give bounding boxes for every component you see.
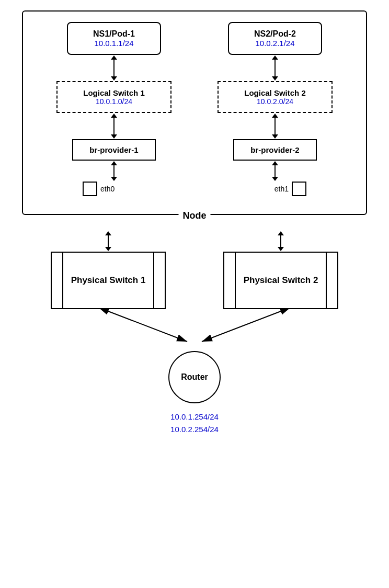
pod2-box: NS2/Pod-2 10.0.2.1/24	[228, 22, 322, 55]
logical-switches-row: Logical Switch 1 10.0.1.0/24 Logical Swi…	[33, 81, 356, 113]
node-container: NS1/Pod-1 10.0.1.1/24 NS2/Pod-2 10.0.2.1…	[22, 10, 367, 215]
logical-switch1-box: Logical Switch 1 10.0.1.0/24	[56, 81, 171, 113]
router-label: Router	[181, 372, 208, 382]
pods-row: NS1/Pod-1 10.0.1.1/24 NS2/Pod-2 10.0.2.1…	[33, 22, 356, 55]
ps1-left-bar	[52, 253, 63, 308]
ls-to-bridge-arrows	[33, 113, 356, 139]
ls1-name: Logical Switch 1	[68, 88, 160, 97]
bridge-to-eth-arrows	[33, 161, 356, 182]
pod1-box: NS1/Pod-1 10.0.1.1/24	[67, 22, 161, 55]
pod1-name: NS1/Pod-1	[78, 29, 150, 39]
eth-to-ps-arrows	[22, 231, 367, 252]
eth-row: eth0 eth1	[33, 182, 356, 198]
bridge1-box: br-provider-1	[72, 139, 156, 161]
ps2-right-bar	[326, 253, 337, 308]
ps-to-router-arrows	[22, 309, 367, 351]
physical-switch1: Physical Switch 1	[51, 252, 166, 309]
ps2-left-bar	[224, 253, 236, 308]
router-ip2: 10.0.2.254/24	[170, 423, 219, 436]
ls2-name: Logical Switch 2	[229, 88, 321, 97]
network-diagram: NS1/Pod-1 10.0.1.1/24 NS2/Pod-2 10.0.2.1…	[12, 10, 377, 436]
eth1-container: eth1	[274, 182, 306, 196]
router-circle: Router	[168, 351, 221, 403]
eth0-label: eth0	[100, 185, 115, 193]
ps2-label: Physical Switch 2	[236, 269, 326, 292]
svg-line-2	[108, 311, 187, 342]
pod2-name: NS2/Pod-2	[239, 29, 311, 39]
eth0-container: eth0	[83, 182, 115, 196]
ps1-label: Physical Switch 1	[63, 269, 153, 292]
node-label: Node	[179, 210, 211, 221]
pod2-ip: 10.0.2.1/24	[239, 39, 311, 48]
svg-line-3	[202, 311, 281, 342]
ls1-ip: 10.0.1.0/24	[68, 97, 160, 106]
ps1-right-bar	[153, 253, 165, 308]
bridge1-name: br-provider-1	[89, 145, 138, 154]
bridge2-name: br-provider-2	[250, 145, 299, 154]
physical-switch2: Physical Switch 2	[223, 252, 338, 309]
pod1-ip: 10.0.1.1/24	[78, 39, 150, 48]
logical-switch2-box: Logical Switch 2 10.0.2.0/24	[218, 81, 333, 113]
eth0-box	[83, 182, 97, 196]
eth1-box	[292, 182, 306, 196]
eth1-label: eth1	[274, 185, 289, 193]
router-ips: 10.0.1.254/24 10.0.2.254/24	[170, 411, 219, 436]
router-ip1: 10.0.1.254/24	[170, 411, 219, 423]
bridge2-box: br-provider-2	[233, 139, 317, 161]
router-section: Router 10.0.1.254/24 10.0.2.254/24	[168, 351, 221, 436]
pod-to-ls-arrows	[33, 55, 356, 81]
physical-switches-row: Physical Switch 1 Physical Switch 2	[22, 252, 367, 309]
ls2-ip: 10.0.2.0/24	[229, 97, 321, 106]
bridges-row: br-provider-1 br-provider-2	[33, 139, 356, 161]
